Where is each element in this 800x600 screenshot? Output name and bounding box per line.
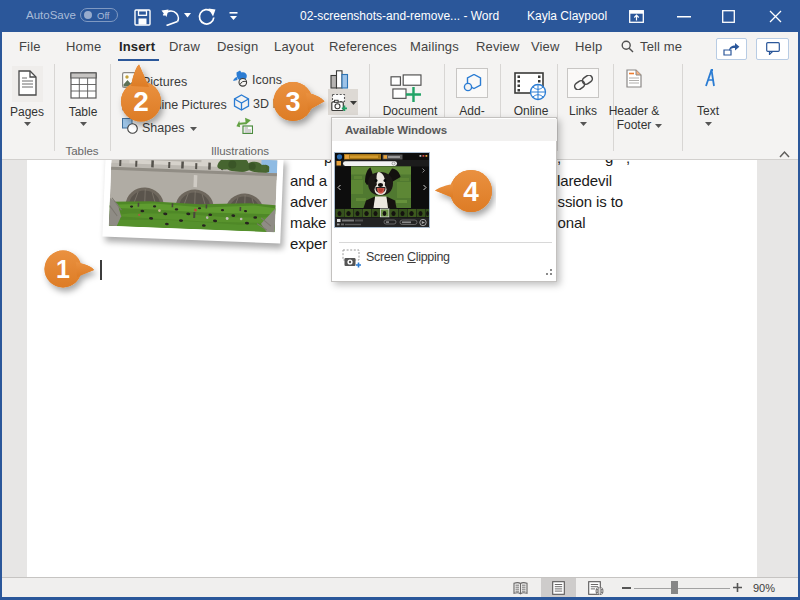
svg-text:1: 1 xyxy=(56,255,70,283)
svg-text:4: 4 xyxy=(463,176,479,207)
svg-text:2: 2 xyxy=(133,86,149,117)
svg-text:3: 3 xyxy=(285,87,300,117)
